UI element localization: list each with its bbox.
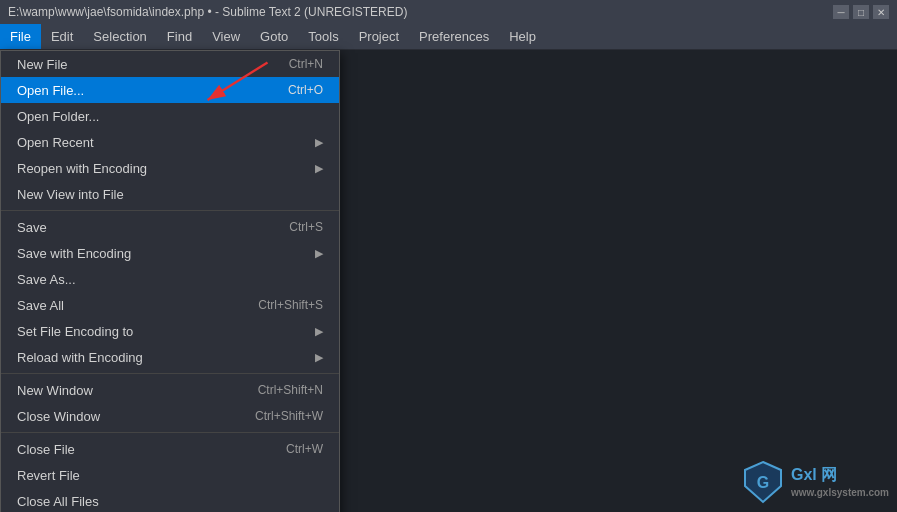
menu-reload-encoding[interactable]: Reload with Encoding ▶ <box>1 344 339 370</box>
menu-reopen-encoding[interactable]: Reopen with Encoding ▶ <box>1 155 339 181</box>
menu-edit[interactable]: Edit <box>41 24 83 49</box>
separator-1 <box>1 210 339 211</box>
file-dropdown-menu: New File Ctrl+N Open File... Ctrl+O Open… <box>0 50 340 512</box>
menu-close-window[interactable]: Close Window Ctrl+Shift+W <box>1 403 339 429</box>
menu-file[interactable]: File <box>0 24 41 49</box>
window-controls: ─ □ ✕ <box>833 5 889 19</box>
menu-save-all[interactable]: Save All Ctrl+Shift+S <box>1 292 339 318</box>
minimize-button[interactable]: ─ <box>833 5 849 19</box>
menu-preferences[interactable]: Preferences <box>409 24 499 49</box>
menu-open-recent[interactable]: Open Recent ▶ <box>1 129 339 155</box>
menu-set-encoding[interactable]: Set File Encoding to ▶ <box>1 318 339 344</box>
watermark-shield-icon: G <box>741 460 785 504</box>
menu-close-file[interactable]: Close File Ctrl+W <box>1 436 339 462</box>
separator-3 <box>1 432 339 433</box>
menu-find[interactable]: Find <box>157 24 202 49</box>
title-text: E:\wamp\www\jae\fsomida\index.php • - Su… <box>8 5 407 19</box>
menu-view[interactable]: View <box>202 24 250 49</box>
menu-revert-file[interactable]: Revert File <box>1 462 339 488</box>
menu-save-as[interactable]: Save As... <box>1 266 339 292</box>
maximize-button[interactable]: □ <box>853 5 869 19</box>
close-button[interactable]: ✕ <box>873 5 889 19</box>
watermark: G Gxl 网 www.gxlsystem.com <box>741 460 889 504</box>
menu-new-view[interactable]: New View into File <box>1 181 339 207</box>
title-bar: E:\wamp\www\jae\fsomida\index.php • - Su… <box>0 0 897 24</box>
menu-save[interactable]: Save Ctrl+S <box>1 214 339 240</box>
menu-help[interactable]: Help <box>499 24 546 49</box>
menu-project[interactable]: Project <box>349 24 409 49</box>
menu-open-folder[interactable]: Open Folder... <box>1 103 339 129</box>
menu-goto[interactable]: Goto <box>250 24 298 49</box>
svg-text:G: G <box>757 474 769 491</box>
menu-bar: File Edit Selection Find View Goto Tools… <box>0 24 897 50</box>
menu-selection[interactable]: Selection <box>83 24 156 49</box>
menu-tools[interactable]: Tools <box>298 24 348 49</box>
menu-new-file[interactable]: New File Ctrl+N <box>1 51 339 77</box>
menu-save-encoding[interactable]: Save with Encoding ▶ <box>1 240 339 266</box>
menu-close-all[interactable]: Close All Files <box>1 488 339 512</box>
separator-2 <box>1 373 339 374</box>
menu-new-window[interactable]: New Window Ctrl+Shift+N <box>1 377 339 403</box>
menu-open-file[interactable]: Open File... Ctrl+O <box>1 77 339 103</box>
watermark-brand-text: Gxl 网 www.gxlsystem.com <box>791 465 889 499</box>
